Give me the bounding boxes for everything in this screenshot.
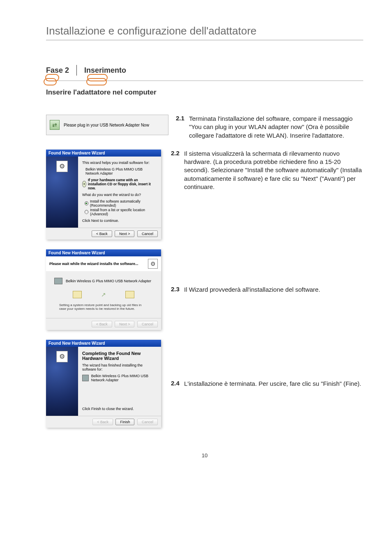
back-button: < Back <box>92 419 113 425</box>
wizard-titlebar: Found New Hardware Wizard <box>46 249 161 256</box>
wizard-install-options: Found New Hardware Wizard ⚙ This wizard … <box>46 150 161 240</box>
hardware-icon: ⚙ <box>148 259 158 269</box>
wizard-device-name: Belkin Wireless G Plus MIMO USB Network … <box>85 167 157 175</box>
row-step-2-4: Found New Hardware Wizard ⚙ Completing t… <box>46 340 363 428</box>
next-button: Next > <box>115 321 134 327</box>
plug-message-box: ⇄ Please plug in your USB Network Adapte… <box>46 115 168 135</box>
wizard-complete-heading: Completing the Found New Hardware Wizard <box>82 351 157 361</box>
step-text: Terminata l'installazione del software, … <box>189 115 363 140</box>
wizard-question: What do you want the wizard to do? <box>82 193 157 197</box>
radio-label: Install from a list or specific location… <box>90 208 157 216</box>
step-number: 2.4 <box>171 380 184 388</box>
step-text: Il sistema visualizzerà la schermata di … <box>184 150 363 191</box>
device-icon <box>54 278 62 284</box>
wizard-titlebar: Found New Hardware Wizard <box>46 150 161 157</box>
plug-icon: ⇄ <box>50 120 60 130</box>
next-button[interactable]: Next > <box>115 230 134 237</box>
wizard-strip-text: Please wait while the wizard installs th… <box>49 262 138 266</box>
radio-label: Install the software automatically (Reco… <box>90 199 157 207</box>
progress-graphic: ↗ <box>73 291 134 298</box>
step-number: 2.2 <box>171 150 184 191</box>
radio-icon <box>85 210 88 214</box>
step-text: Il Wizard provvederà all'installazione d… <box>184 286 320 294</box>
title-rule <box>46 40 363 40</box>
phase-row: Fase 2 Inserimento <box>46 65 363 78</box>
page-number: 10 <box>46 452 363 459</box>
wizard-button-bar: < Back Finish Cancel <box>46 416 161 428</box>
wizard-click-next: Click Next to continue. <box>82 219 157 223</box>
wizard-side-graphic: ⚙ <box>46 157 78 228</box>
cd-tip-icon: • <box>82 181 86 187</box>
hardware-icon: ⚙ <box>56 161 68 172</box>
step-text: L'installazione è terminata. Per uscire,… <box>184 380 361 388</box>
device-icon <box>82 375 89 381</box>
wizard-close-line: Click Finish to close the wizard. <box>82 407 157 411</box>
wizard-intro: This wizard helps you install software f… <box>82 161 157 165</box>
folder-to-icon <box>125 291 134 298</box>
arrow-icon: ↗ <box>101 291 106 298</box>
page-title: Installazione e configurazione dell'adat… <box>46 25 363 37</box>
phase-label: Fase 2 <box>46 66 76 75</box>
highlight-cancel <box>86 78 107 85</box>
cancel-button[interactable]: Cancel <box>137 230 158 237</box>
hardware-icon: ⚙ <box>56 351 68 362</box>
wizard-button-bar: < Back Next > Cancel <box>46 228 161 240</box>
back-button: < Back <box>92 321 112 327</box>
plug-message-text: Please plug in your USB Network Adapter … <box>64 123 149 127</box>
wizard-button-bar: < Back Next > Cancel <box>46 318 161 330</box>
phase-name: Inserimento <box>84 66 126 75</box>
cancel-button: Cancel <box>137 419 158 425</box>
wizard-installing: Found New Hardware Wizard Please wait wh… <box>46 249 161 330</box>
step-number: 2.3 <box>171 286 184 294</box>
device-name: Belkin Wireless G Plus MIMO USB Network … <box>91 374 157 382</box>
radio-icon <box>85 201 88 205</box>
radio-install-auto[interactable]: Install the software automatically (Reco… <box>85 199 157 207</box>
row-step-2-3: Found New Hardware Wizard Please wait wh… <box>46 249 363 330</box>
cd-tip-text: If your hardware came with an installati… <box>88 178 157 190</box>
highlight-back <box>44 78 57 85</box>
restore-note: Setting a system restore point and backi… <box>59 303 148 311</box>
row-step-2-2: Found New Hardware Wizard ⚙ This wizard … <box>46 150 363 240</box>
cancel-button: Cancel <box>137 321 158 327</box>
step-number: 2.1 <box>176 115 189 140</box>
wizard-side-graphic: ⚙ <box>46 347 78 416</box>
phase-rule <box>46 81 363 81</box>
device-name: Belkin Wireless G Plus MIMO USB Network … <box>66 279 151 283</box>
wizard-complete: Found New Hardware Wizard ⚙ Completing t… <box>46 340 161 428</box>
finish-button[interactable]: Finish <box>115 419 134 425</box>
wizard-titlebar: Found New Hardware Wizard <box>46 340 161 347</box>
phase-separator <box>76 65 77 76</box>
subheading: Inserire l'adattatore nel computer <box>46 88 363 97</box>
radio-install-list[interactable]: Install from a list or specific location… <box>85 208 157 216</box>
back-button[interactable]: < Back <box>92 230 112 237</box>
wizard-complete-line: The wizard has finished installing the s… <box>82 363 157 371</box>
row-step-2-1: ⇄ Please plug in your USB Network Adapte… <box>46 115 363 140</box>
folder-from-icon <box>73 291 82 298</box>
